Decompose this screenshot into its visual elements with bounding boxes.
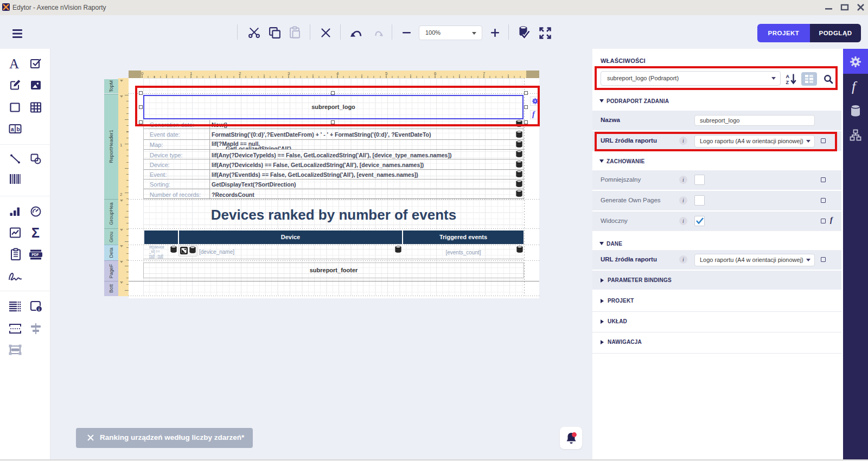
svg-text:a: a <box>11 126 14 132</box>
svg-text:PDF: PDF <box>32 253 39 257</box>
svg-text:b: b <box>17 126 20 132</box>
